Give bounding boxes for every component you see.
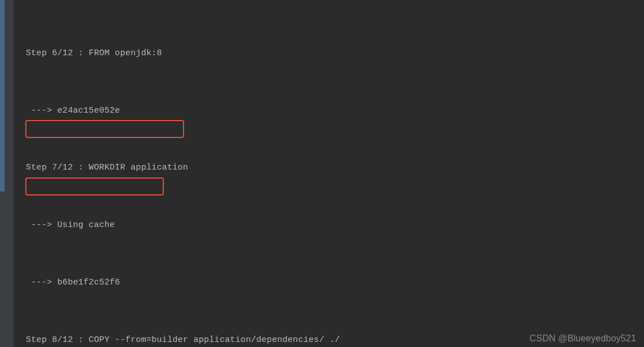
terminal-line: ---> Using cache — [26, 216, 632, 235]
gutter-sidebar — [0, 0, 14, 347]
terminal-line: Step 7/12 : WORKDIR application — [26, 158, 632, 177]
watermark-text: CSDN @Blueeyedboy521 — [530, 333, 636, 344]
terminal-line: Step 6/12 : FROM openjdk:8 — [26, 44, 632, 63]
terminal-output[interactable]: Step 6/12 : FROM openjdk:8 ---> e24ac15e… — [14, 0, 644, 347]
scroll-marker — [0, 0, 5, 192]
terminal-line: ---> b6be1f2c52f6 — [26, 273, 632, 292]
terminal-line: ---> e24ac15e052e — [26, 101, 632, 121]
